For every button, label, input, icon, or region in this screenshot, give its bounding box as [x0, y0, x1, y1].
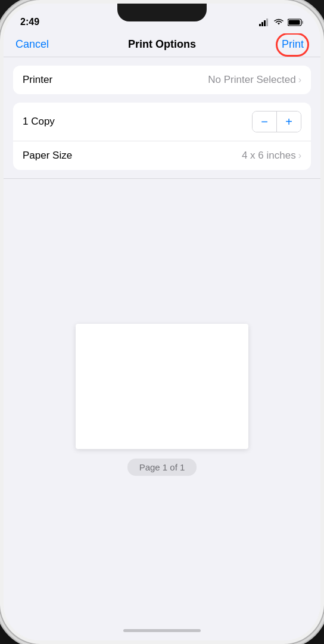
paper-size-chevron-icon: › — [298, 150, 301, 161]
phone-inner: 2:49 — [4, 4, 320, 640]
status-icons — [259, 18, 304, 26]
printer-value: No Printer Selected › — [208, 74, 301, 86]
paper-size-label: Paper Size — [23, 150, 72, 162]
wifi-icon — [273, 18, 284, 26]
printer-chevron-icon: › — [298, 75, 301, 85]
svg-rect-6 — [302, 21, 303, 24]
phone-frame: 2:49 — [0, 0, 324, 644]
printer-value-text: No Printer Selected — [208, 74, 295, 86]
print-button[interactable]: Print — [277, 36, 309, 52]
paper-size-row[interactable]: Paper Size 4 x 6 inches › — [13, 141, 311, 170]
status-time: 2:49 — [20, 17, 39, 27]
stepper-plus-button[interactable]: + — [277, 112, 301, 132]
nav-bar: Cancel Print Options Print — [4, 33, 320, 57]
stepper-minus-button[interactable]: − — [253, 112, 276, 132]
copy-label: 1 Copy — [23, 116, 55, 128]
svg-rect-5 — [289, 20, 300, 24]
battery-icon — [288, 18, 304, 26]
home-indicator-area — [4, 620, 320, 640]
printer-label: Printer — [23, 74, 52, 86]
notch — [117, 4, 207, 21]
svg-rect-0 — [259, 24, 261, 26]
paper-size-value-text: 4 x 6 inches — [242, 150, 296, 162]
preview-page — [76, 324, 248, 449]
copy-stepper: − + — [252, 111, 301, 132]
signal-icon — [259, 18, 270, 26]
home-bar — [123, 629, 201, 632]
nav-title: Print Options — [128, 38, 196, 51]
svg-rect-1 — [261, 22, 263, 26]
printer-section: Printer No Printer Selected › — [13, 66, 311, 94]
paper-size-value: 4 x 6 inches › — [242, 150, 301, 162]
print-button-wrapper: Print — [277, 38, 309, 51]
preview-content: Page 1 of 1 — [4, 179, 320, 620]
options-section: 1 Copy − + Paper Size 4 x — [13, 103, 311, 170]
page-indicator: Page 1 of 1 — [127, 459, 197, 476]
stepper-minus-icon: − — [261, 115, 268, 129]
copy-row: 1 Copy − + — [13, 103, 311, 141]
printer-row[interactable]: Printer No Printer Selected › — [13, 66, 311, 94]
stepper-plus-icon: + — [285, 115, 292, 129]
content-area: Cancel Print Options Print Printer No Pr… — [4, 33, 320, 640]
svg-rect-2 — [264, 20, 266, 26]
svg-rect-3 — [266, 18, 268, 26]
preview-section: Page 1 of 1 — [4, 178, 320, 620]
cancel-button[interactable]: Cancel — [15, 38, 49, 51]
